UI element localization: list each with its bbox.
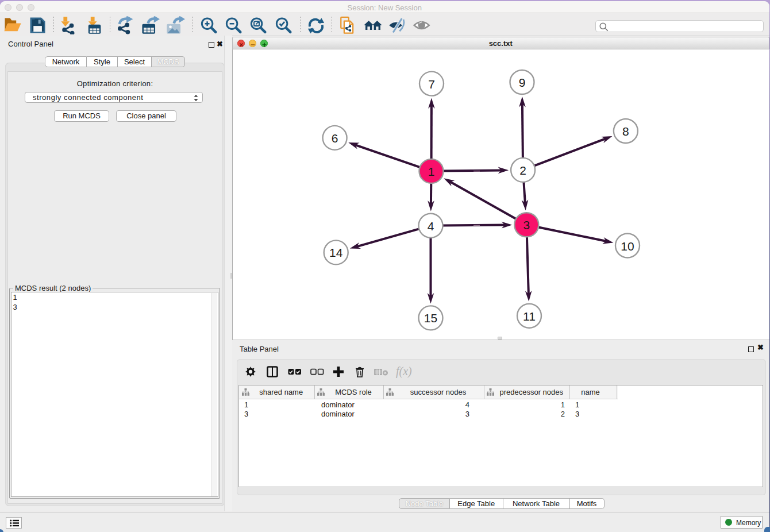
svg-text:2: 2 xyxy=(519,164,526,177)
svg-text:4: 4 xyxy=(428,219,434,232)
svg-text:10: 10 xyxy=(621,239,634,252)
svg-text:11: 11 xyxy=(523,309,536,322)
svg-text:15: 15 xyxy=(424,311,437,325)
svg-text:7: 7 xyxy=(428,77,435,90)
svg-text:6: 6 xyxy=(332,132,338,145)
svg-text:14: 14 xyxy=(329,246,343,259)
svg-text:8: 8 xyxy=(622,125,629,138)
svg-text:3: 3 xyxy=(523,218,530,232)
svg-text:9: 9 xyxy=(519,76,526,89)
svg-text:1: 1 xyxy=(428,165,435,178)
